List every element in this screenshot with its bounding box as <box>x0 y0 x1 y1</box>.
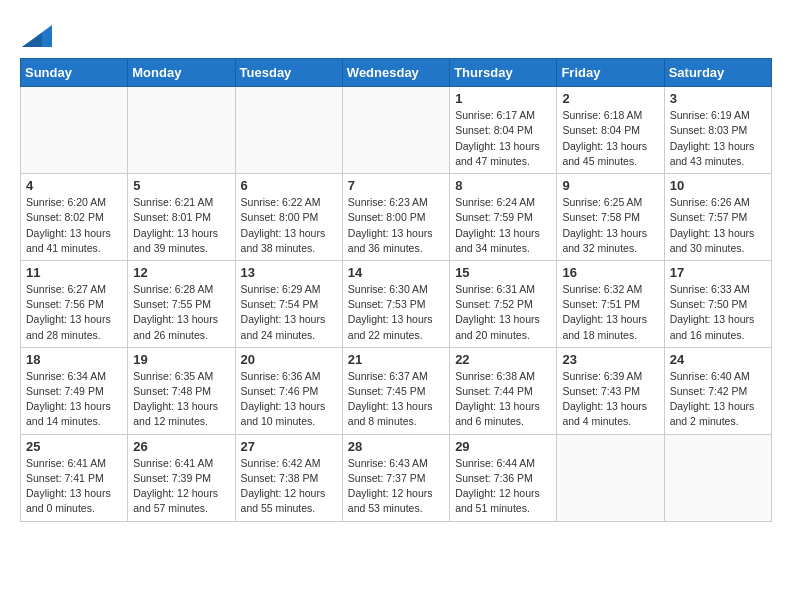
header-cell-saturday: Saturday <box>664 59 771 87</box>
calendar-table: SundayMondayTuesdayWednesdayThursdayFrid… <box>20 58 772 521</box>
day-content: Sunrise: 6:38 AM Sunset: 7:44 PM Dayligh… <box>455 369 551 430</box>
day-cell: 26Sunrise: 6:41 AM Sunset: 7:39 PM Dayli… <box>128 434 235 521</box>
day-content: Sunrise: 6:22 AM Sunset: 8:00 PM Dayligh… <box>241 195 337 256</box>
day-content: Sunrise: 6:32 AM Sunset: 7:51 PM Dayligh… <box>562 282 658 343</box>
day-content: Sunrise: 6:37 AM Sunset: 7:45 PM Dayligh… <box>348 369 444 430</box>
header-cell-sunday: Sunday <box>21 59 128 87</box>
day-number: 16 <box>562 265 658 280</box>
day-number: 26 <box>133 439 229 454</box>
day-content: Sunrise: 6:26 AM Sunset: 7:57 PM Dayligh… <box>670 195 766 256</box>
day-number: 13 <box>241 265 337 280</box>
day-cell: 14Sunrise: 6:30 AM Sunset: 7:53 PM Dayli… <box>342 260 449 347</box>
day-number: 1 <box>455 91 551 106</box>
day-cell <box>235 87 342 174</box>
day-cell <box>557 434 664 521</box>
day-cell: 1Sunrise: 6:17 AM Sunset: 8:04 PM Daylig… <box>450 87 557 174</box>
day-content: Sunrise: 6:25 AM Sunset: 7:58 PM Dayligh… <box>562 195 658 256</box>
day-number: 8 <box>455 178 551 193</box>
week-row-5: 25Sunrise: 6:41 AM Sunset: 7:41 PM Dayli… <box>21 434 772 521</box>
day-cell: 20Sunrise: 6:36 AM Sunset: 7:46 PM Dayli… <box>235 347 342 434</box>
week-row-3: 11Sunrise: 6:27 AM Sunset: 7:56 PM Dayli… <box>21 260 772 347</box>
week-row-2: 4Sunrise: 6:20 AM Sunset: 8:02 PM Daylig… <box>21 174 772 261</box>
day-number: 6 <box>241 178 337 193</box>
day-content: Sunrise: 6:39 AM Sunset: 7:43 PM Dayligh… <box>562 369 658 430</box>
day-cell: 21Sunrise: 6:37 AM Sunset: 7:45 PM Dayli… <box>342 347 449 434</box>
day-cell: 9Sunrise: 6:25 AM Sunset: 7:58 PM Daylig… <box>557 174 664 261</box>
day-number: 2 <box>562 91 658 106</box>
day-cell <box>128 87 235 174</box>
day-content: Sunrise: 6:18 AM Sunset: 8:04 PM Dayligh… <box>562 108 658 169</box>
day-content: Sunrise: 6:21 AM Sunset: 8:01 PM Dayligh… <box>133 195 229 256</box>
logo <box>20 24 52 48</box>
day-content: Sunrise: 6:42 AM Sunset: 7:38 PM Dayligh… <box>241 456 337 517</box>
day-cell: 16Sunrise: 6:32 AM Sunset: 7:51 PM Dayli… <box>557 260 664 347</box>
day-number: 12 <box>133 265 229 280</box>
day-cell: 11Sunrise: 6:27 AM Sunset: 7:56 PM Dayli… <box>21 260 128 347</box>
day-number: 24 <box>670 352 766 367</box>
header-cell-tuesday: Tuesday <box>235 59 342 87</box>
day-content: Sunrise: 6:19 AM Sunset: 8:03 PM Dayligh… <box>670 108 766 169</box>
calendar-header: SundayMondayTuesdayWednesdayThursdayFrid… <box>21 59 772 87</box>
day-number: 19 <box>133 352 229 367</box>
day-cell <box>342 87 449 174</box>
day-number: 21 <box>348 352 444 367</box>
day-content: Sunrise: 6:43 AM Sunset: 7:37 PM Dayligh… <box>348 456 444 517</box>
day-number: 29 <box>455 439 551 454</box>
day-cell: 19Sunrise: 6:35 AM Sunset: 7:48 PM Dayli… <box>128 347 235 434</box>
day-number: 27 <box>241 439 337 454</box>
header-row: SundayMondayTuesdayWednesdayThursdayFrid… <box>21 59 772 87</box>
day-cell: 8Sunrise: 6:24 AM Sunset: 7:59 PM Daylig… <box>450 174 557 261</box>
day-content: Sunrise: 6:27 AM Sunset: 7:56 PM Dayligh… <box>26 282 122 343</box>
day-content: Sunrise: 6:44 AM Sunset: 7:36 PM Dayligh… <box>455 456 551 517</box>
day-cell: 24Sunrise: 6:40 AM Sunset: 7:42 PM Dayli… <box>664 347 771 434</box>
day-cell: 10Sunrise: 6:26 AM Sunset: 7:57 PM Dayli… <box>664 174 771 261</box>
calendar-body: 1Sunrise: 6:17 AM Sunset: 8:04 PM Daylig… <box>21 87 772 521</box>
day-number: 11 <box>26 265 122 280</box>
day-number: 4 <box>26 178 122 193</box>
day-cell: 2Sunrise: 6:18 AM Sunset: 8:04 PM Daylig… <box>557 87 664 174</box>
header-cell-wednesday: Wednesday <box>342 59 449 87</box>
logo-icon <box>22 25 52 47</box>
day-cell: 27Sunrise: 6:42 AM Sunset: 7:38 PM Dayli… <box>235 434 342 521</box>
day-cell: 7Sunrise: 6:23 AM Sunset: 8:00 PM Daylig… <box>342 174 449 261</box>
week-row-4: 18Sunrise: 6:34 AM Sunset: 7:49 PM Dayli… <box>21 347 772 434</box>
day-content: Sunrise: 6:40 AM Sunset: 7:42 PM Dayligh… <box>670 369 766 430</box>
day-cell <box>664 434 771 521</box>
page-header <box>20 20 772 48</box>
day-number: 25 <box>26 439 122 454</box>
day-number: 23 <box>562 352 658 367</box>
day-content: Sunrise: 6:28 AM Sunset: 7:55 PM Dayligh… <box>133 282 229 343</box>
day-cell: 3Sunrise: 6:19 AM Sunset: 8:03 PM Daylig… <box>664 87 771 174</box>
day-cell: 15Sunrise: 6:31 AM Sunset: 7:52 PM Dayli… <box>450 260 557 347</box>
day-cell: 17Sunrise: 6:33 AM Sunset: 7:50 PM Dayli… <box>664 260 771 347</box>
day-number: 9 <box>562 178 658 193</box>
header-cell-thursday: Thursday <box>450 59 557 87</box>
day-content: Sunrise: 6:17 AM Sunset: 8:04 PM Dayligh… <box>455 108 551 169</box>
day-cell: 23Sunrise: 6:39 AM Sunset: 7:43 PM Dayli… <box>557 347 664 434</box>
day-cell: 12Sunrise: 6:28 AM Sunset: 7:55 PM Dayli… <box>128 260 235 347</box>
day-cell: 18Sunrise: 6:34 AM Sunset: 7:49 PM Dayli… <box>21 347 128 434</box>
header-cell-friday: Friday <box>557 59 664 87</box>
day-number: 7 <box>348 178 444 193</box>
day-number: 10 <box>670 178 766 193</box>
day-content: Sunrise: 6:34 AM Sunset: 7:49 PM Dayligh… <box>26 369 122 430</box>
day-cell: 22Sunrise: 6:38 AM Sunset: 7:44 PM Dayli… <box>450 347 557 434</box>
day-content: Sunrise: 6:41 AM Sunset: 7:41 PM Dayligh… <box>26 456 122 517</box>
day-cell: 28Sunrise: 6:43 AM Sunset: 7:37 PM Dayli… <box>342 434 449 521</box>
day-content: Sunrise: 6:23 AM Sunset: 8:00 PM Dayligh… <box>348 195 444 256</box>
day-cell: 5Sunrise: 6:21 AM Sunset: 8:01 PM Daylig… <box>128 174 235 261</box>
day-cell: 4Sunrise: 6:20 AM Sunset: 8:02 PM Daylig… <box>21 174 128 261</box>
day-number: 22 <box>455 352 551 367</box>
day-content: Sunrise: 6:24 AM Sunset: 7:59 PM Dayligh… <box>455 195 551 256</box>
day-number: 28 <box>348 439 444 454</box>
day-cell <box>21 87 128 174</box>
day-number: 17 <box>670 265 766 280</box>
day-number: 3 <box>670 91 766 106</box>
day-content: Sunrise: 6:35 AM Sunset: 7:48 PM Dayligh… <box>133 369 229 430</box>
day-number: 18 <box>26 352 122 367</box>
day-content: Sunrise: 6:29 AM Sunset: 7:54 PM Dayligh… <box>241 282 337 343</box>
day-content: Sunrise: 6:31 AM Sunset: 7:52 PM Dayligh… <box>455 282 551 343</box>
day-number: 14 <box>348 265 444 280</box>
day-content: Sunrise: 6:33 AM Sunset: 7:50 PM Dayligh… <box>670 282 766 343</box>
day-number: 15 <box>455 265 551 280</box>
